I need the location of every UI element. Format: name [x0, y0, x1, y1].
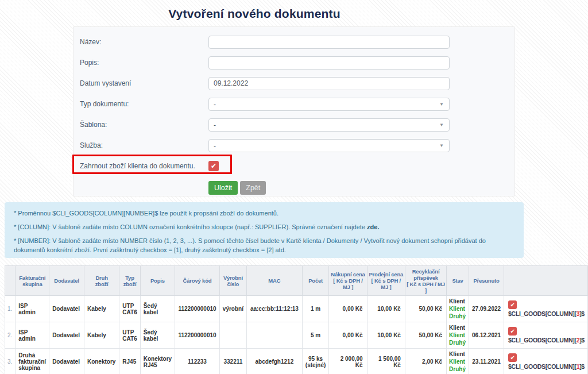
- typ-dokumentu-selected-value: -: [214, 101, 216, 109]
- cell-popis: Šedý kabel: [140, 322, 175, 349]
- cell-recyklacni: 50,00 Kč: [405, 322, 446, 349]
- cell-fakturacni: ISP admin: [16, 296, 49, 322]
- goods-variable-text: $CLI_GOODS[COLUMN][1]$: [508, 363, 585, 370]
- form-row-sluzba: Služba:-▼: [74, 135, 514, 156]
- cell-popis: Konektory RJ45: [140, 349, 175, 374]
- sablona-select[interactable]: -▼: [208, 118, 450, 132]
- cell-prodejni: 10,00 Kč: [367, 296, 405, 322]
- table-row: 3.Druhá fakturační skupinaDodavatelKonek…: [5, 349, 588, 374]
- cell-fakturacni: ISP admin: [16, 322, 49, 349]
- info-line-2: * [COLUMN]: V šabloně zadáte místo COLUM…: [14, 223, 514, 232]
- form-row-nazev: Název:: [74, 32, 514, 52]
- status-green: Klient: [449, 305, 466, 313]
- cell-carovy: 112200000010: [175, 322, 220, 349]
- cell-dodavatel: Dodavatel: [49, 322, 84, 349]
- include-goods-checkbox[interactable]: ✔: [208, 161, 219, 171]
- cell-typ: UTP CAT6: [119, 296, 140, 322]
- cell-fakturacni: Druhá fakturační skupina: [16, 349, 49, 374]
- popis-label: Popis:: [74, 59, 208, 67]
- status-green: Druhý: [449, 313, 466, 320]
- status-dark: Klient: [449, 350, 466, 358]
- cell-variable: ✔$CLI_GOODS[COLUMN][1]$: [504, 349, 588, 374]
- col-header-popis: Popis: [140, 266, 175, 296]
- col-header-prodejni: Prodejní cena [ Kč s DPH / MJ ]: [367, 266, 405, 296]
- col-header-presunuto: Přesunuto: [469, 266, 504, 296]
- goods-select-checkbox[interactable]: ✔: [508, 300, 517, 309]
- cell-stav: KlientKlientDruhý: [447, 322, 469, 349]
- cell-nakupni: 0,00 Kč: [329, 296, 367, 322]
- cell-num: 3.: [5, 349, 16, 374]
- form-row-typ-dokumentu: Typ dokumentu:-▼: [74, 94, 514, 114]
- nazev-label: Název:: [74, 38, 208, 46]
- chevron-down-icon: ▼: [439, 143, 444, 148]
- nazev-input[interactable]: [208, 36, 450, 49]
- table-row: 2.ISP adminDodavatelKabelyUTP CAT6Šedý k…: [5, 322, 588, 349]
- zde-link[interactable]: zde.: [367, 223, 379, 230]
- typ-dokumentu-select[interactable]: -▼: [208, 98, 450, 111]
- cell-variable: ✔$CLI_GOODS[COLUMN][2]$: [504, 322, 588, 349]
- cell-stav: KlientKlientDruhý: [447, 296, 469, 322]
- table-header-row: Fakturační skupinaDodavatelDruh zbožíTyp…: [5, 266, 588, 296]
- datum-vystaveni-label: Datum vystavení: [74, 79, 208, 87]
- cell-typ: RJ45: [119, 349, 140, 374]
- back-button[interactable]: Zpět: [240, 181, 266, 195]
- status-green: Druhý: [449, 365, 466, 373]
- cell-pocet: 5 m: [302, 322, 329, 349]
- status-green: Klient: [449, 331, 466, 339]
- form-row-datum-vystaveni: Datum vystavení: [74, 73, 514, 94]
- info-box: * Proměnnou $CLI_GOODS[COLUMN][NUMBER]$ …: [5, 202, 524, 258]
- cell-carovy: 112233: [175, 349, 220, 374]
- cell-prodejni: 10,00 Kč: [367, 322, 405, 349]
- sluzba-selected-value: -: [214, 142, 216, 150]
- typ-dokumentu-label: Typ dokumentu:: [74, 100, 208, 108]
- sluzba-label: Služba:: [74, 141, 208, 149]
- page-title: Vytvoření nového dokumentu: [0, 7, 509, 21]
- col-header-dodavatel: Dodavatel: [49, 266, 84, 296]
- include-goods-row: Zahrnout zboží klienta do dokumentu. ✔: [74, 156, 514, 176]
- cell-num: 1.: [5, 296, 16, 322]
- cell-pocet: 95 ks (stejné): [302, 349, 329, 374]
- datum-vystaveni-input[interactable]: [208, 77, 450, 90]
- cell-mac: [246, 322, 302, 349]
- status-green: Druhý: [449, 339, 466, 346]
- cell-vyrobni: výrobní: [219, 296, 246, 322]
- goods-variable-text: $CLI_GOODS[COLUMN][2]$: [508, 337, 585, 344]
- status-dark: Klient: [449, 324, 466, 331]
- goods-variable-text: $CLI_GOODS[COLUMN][3]$: [508, 310, 585, 317]
- sablona-selected-value: -: [214, 121, 216, 129]
- form-buttons: Uložit Zpět: [74, 176, 514, 199]
- save-button[interactable]: Uložit: [208, 181, 238, 195]
- col-header-vyrobni: Výrobní číslo: [219, 266, 246, 296]
- form-row-sablona: Šablona:-▼: [74, 114, 514, 135]
- cell-typ: UTP CAT6: [119, 322, 140, 349]
- cell-mac: aa:cc:bb:11:12:13: [246, 296, 302, 322]
- cell-recyklacni: 50,00 Kč: [405, 296, 446, 322]
- cell-presunuto: 23.11.2021: [469, 349, 504, 374]
- cell-mac: abcdefgh1212: [246, 349, 302, 374]
- cell-druh: Konektory: [84, 349, 119, 374]
- cell-presunuto: 27.09.2022: [469, 296, 504, 322]
- col-header-recyklacni: Recyklační příspěvek [ Kč s DPH / MJ ]: [405, 266, 446, 296]
- checkmark-icon: ✔: [510, 354, 514, 361]
- col-header-druh: Druh zboží: [84, 266, 119, 296]
- chevron-down-icon: ▼: [439, 102, 444, 107]
- goods-select-checkbox[interactable]: ✔: [508, 353, 517, 362]
- chevron-down-icon: ▼: [439, 122, 444, 128]
- new-document-form: Název:Popis:Datum vystaveníTyp dokumentu…: [73, 26, 515, 196]
- cell-vyrobni: [219, 322, 246, 349]
- form-row-popis: Popis:: [74, 52, 514, 73]
- sluzba-select[interactable]: -▼: [208, 139, 450, 152]
- cell-prodejni: 1 500,00 Kč: [367, 349, 405, 374]
- col-header-mac: MAC: [246, 266, 302, 296]
- popis-input[interactable]: [208, 56, 450, 70]
- info-line-2-text: * [COLUMN]: V šabloně zadáte místo COLUM…: [14, 223, 367, 230]
- col-header-stav: Stav: [447, 266, 469, 296]
- cell-num: 2.: [5, 322, 16, 349]
- status-green: Klient: [449, 358, 466, 365]
- cell-dodavatel: Dodavatel: [49, 349, 84, 374]
- col-header-variable: [504, 266, 588, 296]
- status-dark: Klient: [449, 298, 466, 305]
- checkmark-icon: ✔: [510, 328, 514, 334]
- goods-select-checkbox[interactable]: ✔: [508, 327, 517, 336]
- cell-vyrobni: 332211: [219, 349, 246, 374]
